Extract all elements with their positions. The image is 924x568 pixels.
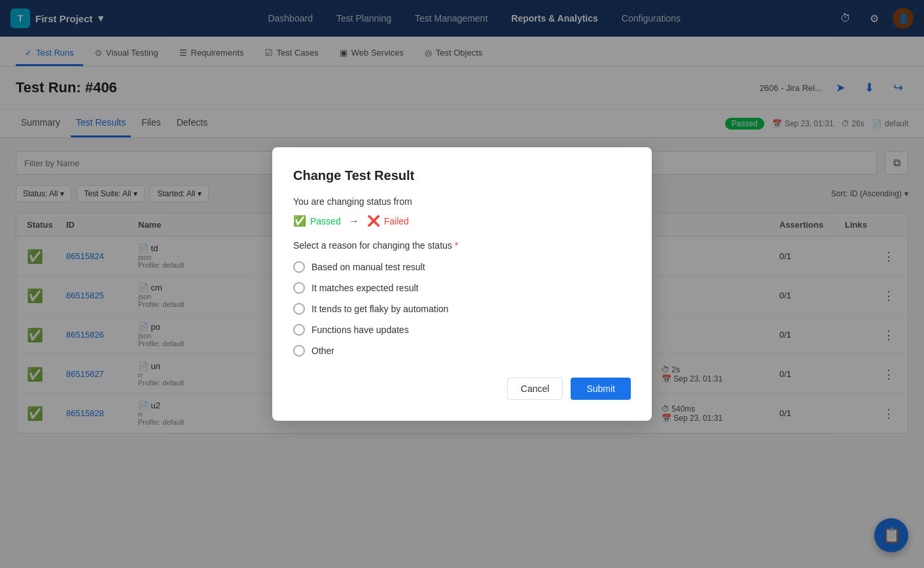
reason-other-label: Other [311, 346, 334, 356]
reason-other[interactable]: Other [293, 345, 631, 357]
from-status: ✅ Passed [293, 215, 341, 227]
reason-functions-label: Functions have updates [311, 325, 409, 335]
radio-circle-flaky [293, 303, 305, 315]
radio-circle-functions [293, 324, 305, 336]
reason-manual[interactable]: Based on manual test result [293, 261, 631, 273]
radio-circle-other [293, 345, 305, 357]
reason-radio-group: Based on manual test result It matches e… [293, 261, 631, 357]
radio-circle-manual [293, 261, 305, 273]
reason-flaky-label: It tends to get flaky by automation [311, 304, 448, 314]
submit-button[interactable]: Submit [571, 378, 631, 400]
reason-expected[interactable]: It matches expected result [293, 282, 631, 294]
required-star: * [455, 240, 458, 251]
modal-footer: Cancel Submit [293, 378, 631, 400]
passed-check-icon: ✅ [293, 215, 306, 227]
failed-x-icon: ❌ [367, 215, 380, 227]
modal-overlay[interactable]: Change Test Result You are changing stat… [0, 0, 924, 447]
to-status: ❌ Failed [367, 215, 409, 227]
arrow-right-icon: → [349, 215, 359, 227]
cancel-button[interactable]: Cancel [507, 378, 563, 400]
reason-functions[interactable]: Functions have updates [293, 324, 631, 336]
status-change-label: You are changing status from [293, 196, 631, 207]
reason-manual-label: Based on manual test result [311, 262, 425, 272]
modal-title: Change Test Result [293, 168, 631, 183]
reason-label: Select a reason for changing the status … [293, 240, 631, 251]
radio-circle-expected [293, 282, 305, 294]
reason-flaky[interactable]: It tends to get flaky by automation [293, 303, 631, 315]
change-test-result-modal: Change Test Result You are changing stat… [272, 147, 652, 421]
reason-expected-label: It matches expected result [311, 283, 418, 293]
status-change-row: ✅ Passed → ❌ Failed [293, 215, 631, 227]
